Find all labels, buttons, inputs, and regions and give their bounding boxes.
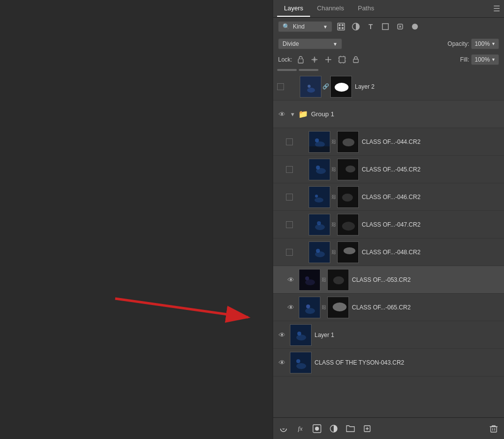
layer-item-group1[interactable]: 👁 ▼ 📁 Group 1 [273, 101, 504, 128]
tab-layers[interactable]: Layers [277, 0, 310, 17]
expand-group1[interactable]: ▼ [290, 111, 295, 117]
svg-point-37 [315, 224, 325, 230]
eye-class065[interactable]: 👁 [286, 303, 296, 312]
thumb-class046-mask [337, 186, 359, 208]
link-icon-class044: ⛓ [331, 139, 336, 144]
filter-adjustment-icon[interactable] [350, 21, 362, 33]
tab-paths[interactable]: Paths [351, 0, 381, 17]
thumbs-class065: ⛓ [299, 297, 349, 318]
filter-shape-icon[interactable] [379, 21, 391, 33]
new-layer-btn[interactable] [362, 423, 373, 434]
layer-item-class053[interactable]: 👁 ⛓ CLASS OF...-053.CR2 [273, 266, 504, 294]
panel-tabs: Layers Channels Paths ☰ [273, 0, 504, 18]
svg-rect-12 [299, 59, 303, 60]
checkbox-class044[interactable] [286, 138, 293, 145]
blend-label: Divide [283, 40, 299, 47]
panel-menu-icon[interactable]: ☰ [493, 4, 500, 13]
add-mask-btn[interactable] [312, 423, 322, 434]
layers-list[interactable]: 👁 🔗 Layer 2 [273, 73, 504, 417]
thumb-class047-mask [337, 214, 359, 236]
link-icon-class046: ⛓ [331, 194, 336, 200]
fill-arrow: ▼ [491, 57, 496, 62]
adjustment-btn[interactable] [328, 423, 339, 434]
layer-name-class065: CLASS OF...-065.CR2 [352, 304, 500, 311]
thumb-class045-mask [337, 159, 359, 180]
tab-channels[interactable]: Channels [310, 0, 351, 17]
delete-btn[interactable] [488, 423, 499, 434]
filter-smart-icon[interactable] [394, 21, 406, 33]
svg-point-19 [335, 83, 348, 92]
thumb-class065-mask [327, 297, 349, 318]
checkbox-class048[interactable] [286, 249, 293, 256]
filter-image-icon[interactable] [335, 21, 347, 33]
arrow-indicator [105, 289, 263, 328]
lock-all-btn[interactable] [350, 54, 361, 65]
thumb-class044-mask [337, 131, 359, 153]
folder-group1: 📁 [298, 109, 308, 119]
fill-label: Fill: [460, 56, 470, 63]
svg-rect-66 [491, 427, 497, 432]
fx-btn[interactable]: fx [295, 423, 306, 434]
lock-artboard-btn[interactable] [337, 54, 347, 65]
opacity-arrow: ▼ [491, 41, 496, 46]
thumb-class043-main [290, 352, 312, 373]
layer-item-class043[interactable]: 👁 CLASS OF THE TYSON-043.CR2 [273, 349, 504, 376]
svg-rect-13 [339, 57, 345, 63]
lock-move-btn[interactable] [323, 54, 334, 65]
thumb-class044-main [309, 131, 330, 153]
checkbox-class045[interactable] [286, 166, 293, 173]
layer-name-class045: CLASS OF...-045.CR2 [362, 166, 500, 173]
layer-item-layer2[interactable]: 👁 🔗 Layer 2 [273, 73, 504, 101]
divider-bar-2 [299, 69, 318, 71]
layer-item-class048[interactable]: 👁 ⛓ CLASS OF...-048.CR2 [273, 238, 504, 266]
layer-name-class053: CLASS OF...-053.CR2 [352, 276, 500, 283]
checkbox-class046[interactable] [286, 194, 293, 201]
thumbs-class044: ⛓ [309, 131, 359, 153]
layer-item-layer1[interactable]: 👁 Layer 1 [273, 321, 504, 349]
thumb-class046-main [309, 186, 330, 208]
fill-input[interactable]: 100% ▼ [471, 54, 499, 65]
layer-name-layer2: Layer 2 [355, 83, 500, 90]
svg-point-38 [317, 221, 321, 225]
svg-point-50 [333, 276, 344, 284]
thumb-class065-main [299, 297, 320, 318]
blend-mode-dropdown[interactable]: Divide ▼ [278, 38, 342, 49]
svg-line-1 [115, 299, 248, 317]
svg-point-10 [412, 24, 418, 30]
svg-point-40 [342, 222, 355, 231]
eye-layer1[interactable]: 👁 [277, 330, 287, 340]
thumb-layer2-main [300, 76, 321, 98]
thumb-layer1-main [290, 324, 312, 346]
thumb-class053-main [299, 269, 320, 291]
layer-name-class048: CLASS OF...-048.CR2 [362, 249, 500, 256]
filter-type-icon[interactable]: T [365, 21, 377, 33]
layer-name-layer1: Layer 1 [315, 332, 500, 338]
layer-item-class044[interactable]: 👁 ⛓ CLASS OF...-044.CR2 [273, 128, 504, 156]
link-layers-btn[interactable] [278, 423, 289, 434]
new-group-btn[interactable] [345, 423, 356, 434]
eye-class043[interactable]: 👁 [277, 358, 287, 368]
layer-item-class046[interactable]: 👁 ⛓ CLASS OF...-046.CR2 [273, 183, 504, 211]
svg-rect-3 [339, 24, 341, 26]
checkbox-class047[interactable] [286, 221, 293, 228]
svg-point-30 [346, 166, 355, 172]
layer-item-class065[interactable]: 👁 ⛓ CLASS OF...-065.CR2 [273, 294, 504, 321]
layer-name-class043: CLASS OF THE TYSON-043.CR2 [315, 359, 500, 366]
lock-pixels-btn[interactable] [295, 54, 306, 65]
opacity-input[interactable]: 100% ▼ [471, 38, 499, 49]
checkbox-layer2[interactable] [277, 83, 284, 90]
layer-item-class047[interactable]: 👁 ⛓ CLASS OF...-047.CR2 [273, 211, 504, 238]
svg-rect-5 [339, 27, 341, 29]
thumb-class045-main [309, 159, 330, 180]
thumb-class048-mask [337, 241, 359, 263]
kind-dropdown[interactable]: 🔍 Kind ▼ [278, 21, 332, 32]
eye-group1[interactable]: 👁 [277, 109, 287, 119]
filter-extra-icon[interactable] [409, 21, 421, 33]
layer-item-class045[interactable]: 👁 ⛓ CLASS OF...-045.CR2 [273, 156, 504, 183]
svg-point-45 [344, 247, 355, 254]
lock-position-btn[interactable] [309, 54, 320, 65]
eye-class053[interactable]: 👁 [286, 275, 296, 285]
layers-panel: Layers Channels Paths ☰ 🔍 Kind ▼ T [273, 0, 504, 439]
layer-name-class047: CLASS OF...-047.CR2 [362, 221, 500, 228]
left-workspace [0, 0, 273, 439]
